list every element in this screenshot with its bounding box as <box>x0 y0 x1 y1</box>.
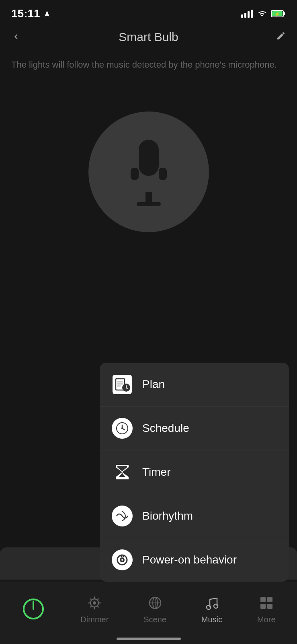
music-label: Music <box>201 615 222 624</box>
svg-rect-29 <box>123 555 124 557</box>
menu-item-power-on[interactable]: Power-on behavior <box>100 538 289 582</box>
nav-item-more[interactable]: More <box>249 590 284 628</box>
main-content: The lights will follow the music detecte… <box>0 50 297 256</box>
biorhythm-icon <box>112 506 133 526</box>
svg-text:⚡: ⚡ <box>274 11 280 17</box>
menu-item-plan[interactable]: Plan <box>100 363 289 407</box>
more-icon <box>258 594 275 612</box>
svg-rect-48 <box>260 597 266 602</box>
svg-rect-1 <box>283 12 285 15</box>
svg-line-40 <box>98 599 99 600</box>
app-header: Smart Bulb <box>0 24 297 50</box>
microphone-icon <box>117 132 181 212</box>
nav-item-music[interactable]: Music <box>193 590 230 628</box>
navigation-icon <box>43 10 51 17</box>
nav-item-power[interactable] <box>13 593 53 625</box>
svg-line-38 <box>90 599 92 600</box>
dimmer-label: Dimmer <box>80 615 109 624</box>
bottom-nav: Dimmer Scene Music <box>0 582 297 644</box>
menu-item-timer[interactable]: Timer <box>100 450 289 494</box>
scene-label: Scene <box>143 615 166 624</box>
plan-label: Plan <box>142 378 165 391</box>
more-label: More <box>257 615 276 624</box>
svg-rect-8 <box>137 202 161 206</box>
battery-icon: ⚡ <box>271 10 286 18</box>
svg-point-33 <box>93 601 96 605</box>
power-on-icon <box>112 549 133 570</box>
edit-button[interactable] <box>270 31 286 43</box>
nav-item-dimmer[interactable]: Dimmer <box>72 590 117 628</box>
status-bar: 15:11 ⚡ <box>0 0 297 24</box>
svg-rect-6 <box>159 168 167 180</box>
menu-item-schedule[interactable]: Schedule <box>100 407 289 450</box>
nav-item-scene[interactable]: Scene <box>135 590 174 628</box>
plan-icon <box>112 374 133 395</box>
svg-rect-4 <box>139 140 159 176</box>
dropdown-menu: Plan Schedule Timer <box>100 363 289 582</box>
timer-icon <box>112 462 133 483</box>
music-icon <box>203 594 221 612</box>
svg-rect-50 <box>260 604 266 609</box>
back-button[interactable] <box>11 30 27 45</box>
mic-visual-area <box>11 95 286 248</box>
svg-rect-49 <box>267 597 272 602</box>
description-text: The lights will follow the music detecte… <box>11 58 286 71</box>
power-icon <box>21 597 45 621</box>
menu-item-biorhythm[interactable]: Biorhythm <box>100 494 289 538</box>
status-time: 15:11 <box>11 7 51 20</box>
wifi-icon <box>257 10 267 18</box>
svg-line-39 <box>98 606 99 607</box>
page-title: Smart Bulb <box>119 30 178 44</box>
svg-point-27 <box>121 559 123 561</box>
biorhythm-label: Biorhythm <box>142 510 193 522</box>
svg-rect-5 <box>131 168 139 180</box>
status-icons: ⚡ <box>241 10 286 18</box>
svg-marker-21 <box>117 466 127 471</box>
schedule-label: Schedule <box>142 422 189 435</box>
mic-circle <box>88 111 209 232</box>
svg-line-41 <box>90 606 92 607</box>
power-on-label: Power-on behavior <box>142 553 237 566</box>
svg-point-19 <box>121 427 123 429</box>
dimmer-icon <box>86 594 103 612</box>
svg-rect-28 <box>121 555 122 557</box>
time-display: 15:11 <box>11 7 40 20</box>
timer-label: Timer <box>142 466 171 479</box>
schedule-icon <box>112 418 133 439</box>
signal-icon <box>241 10 253 18</box>
home-indicator <box>117 638 181 640</box>
scene-icon <box>146 594 164 612</box>
svg-rect-51 <box>267 604 272 609</box>
